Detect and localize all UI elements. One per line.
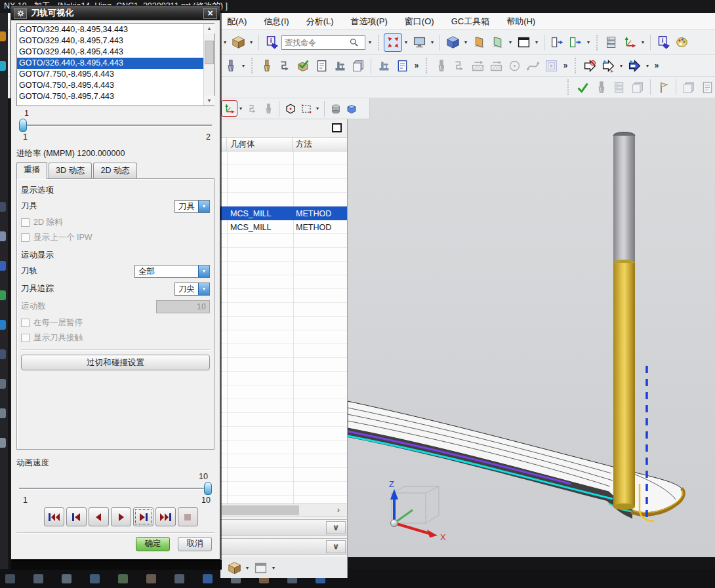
- dock-icon[interactable]: [5, 574, 15, 583]
- resource-bar-icon[interactable]: [0, 379, 6, 389]
- slider-track[interactable]: [19, 488, 212, 489]
- menu-help[interactable]: 帮助(H): [506, 16, 535, 28]
- toolbar-grip[interactable]: [426, 58, 428, 73]
- shaded-view-icon[interactable]: [444, 34, 461, 51]
- overflow-icon[interactable]: »: [652, 61, 661, 70]
- pane-sync-icon[interactable]: [567, 34, 584, 51]
- tool-display-dropdown[interactable]: 刀具 ▼: [174, 200, 210, 213]
- solid-body-icon[interactable]: [328, 101, 343, 116]
- edit-object-display-icon[interactable]: [655, 34, 672, 51]
- column-header-geometry[interactable]: 几何体: [227, 138, 293, 151]
- goto-list-scrollbar[interactable]: ▲ ▼: [203, 24, 214, 106]
- scroll-up-icon[interactable]: ▲: [204, 24, 214, 33]
- menu-assemblies[interactable]: 配(A): [227, 16, 247, 28]
- tab-3d-dynamic[interactable]: 3D 动态: [49, 163, 92, 178]
- end-point-icon[interactable]: [283, 101, 298, 116]
- slider-thumb[interactable]: [19, 119, 27, 132]
- collapsed-panel-bar[interactable]: ∨: [220, 519, 347, 536]
- dropdown-caret-icon[interactable]: ▾: [585, 39, 592, 45]
- clip-section-icon[interactable]: [470, 34, 487, 51]
- view-window-icon[interactable]: [252, 559, 269, 576]
- menu-information[interactable]: 信息(I): [264, 16, 289, 28]
- progress-slider[interactable]: [16, 119, 214, 132]
- resource-bar-icon[interactable]: [0, 31, 6, 41]
- resource-bar-icon[interactable]: [0, 438, 6, 448]
- dropdown-caret-icon[interactable]: ▾: [314, 106, 321, 111]
- go-to-start-button[interactable]: [44, 507, 64, 526]
- object-display-icon[interactable]: [673, 34, 690, 51]
- graphics-window[interactable]: Z X: [348, 98, 715, 557]
- pane-swap-icon[interactable]: [548, 34, 565, 51]
- dropdown-caret-icon[interactable]: ▾: [244, 565, 251, 571]
- dialog-titlebar[interactable]: 刀轨可视化 ×: [11, 6, 220, 20]
- goto-list-item[interactable]: GOTO/329.440,-8.495,4.443: [17, 47, 203, 58]
- cancel-button[interactable]: 取消: [178, 537, 212, 551]
- snap-point-icon[interactable]: [222, 101, 237, 116]
- go-to-end-button[interactable]: [155, 507, 176, 526]
- gouge-collision-settings-button[interactable]: 过切和碰撞设置: [21, 355, 210, 370]
- dock-icon[interactable]: [90, 574, 100, 583]
- resource-bar-icon[interactable]: [0, 261, 6, 271]
- tool-shank[interactable]: [613, 136, 635, 263]
- layer-settings-icon[interactable]: [603, 34, 620, 51]
- toolbar-grip[interactable]: [567, 79, 569, 95]
- overflow-icon[interactable]: »: [561, 61, 570, 70]
- dropdown-caret-icon[interactable]: ▾: [222, 39, 228, 45]
- dropdown-caret-icon[interactable]: ▾: [248, 39, 255, 45]
- dock-icon[interactable]: [118, 574, 128, 583]
- open-box-icon[interactable]: [344, 101, 359, 116]
- resource-bar-icon[interactable]: [0, 61, 6, 71]
- menu-analysis[interactable]: 分析(L): [306, 16, 334, 28]
- dropdown-caret-icon[interactable]: ▾: [462, 39, 469, 45]
- generate-toolpath-icon[interactable]: [258, 57, 275, 74]
- close-icon[interactable]: ×: [203, 8, 217, 19]
- goto-list-item[interactable]: GOTO/329.440,-8.495,7.443: [17, 35, 203, 47]
- dropdown-caret-icon[interactable]: ▾: [507, 39, 514, 45]
- assembly-info-icon[interactable]: [263, 34, 280, 51]
- wcs-orient-icon[interactable]: [621, 34, 638, 51]
- slider-thumb[interactable]: [204, 482, 212, 495]
- scroll-down-icon[interactable]: ▼: [204, 96, 214, 106]
- dropdown-caret-icon[interactable]: ▾: [240, 63, 247, 69]
- maximize-icon[interactable]: [332, 123, 342, 132]
- navigator-row[interactable]: MCS_MILL METHOD: [220, 220, 347, 234]
- dock-icon[interactable]: [62, 574, 72, 583]
- verify-toolpath-icon[interactable]: [295, 57, 312, 74]
- resource-bar-icon[interactable]: [0, 320, 6, 330]
- resource-bar-icon[interactable]: [0, 408, 6, 418]
- tool-trace-dropdown[interactable]: 刀尖 ▼: [174, 283, 210, 296]
- navigator-row-selected[interactable]: MCS_MILL METHOD: [220, 206, 347, 220]
- dropdown-button[interactable]: ▼: [198, 201, 209, 212]
- dropdown-caret-icon[interactable]: ▾: [367, 39, 373, 45]
- create-tool-icon[interactable]: [600, 57, 617, 74]
- dialog-options-gear-icon[interactable]: [14, 8, 27, 19]
- scrollbar-thumb[interactable]: [222, 505, 299, 515]
- dropdown-caret-icon[interactable]: ▾: [533, 39, 540, 45]
- shop-doc-icon[interactable]: [394, 57, 411, 74]
- toolbar-grip[interactable]: [596, 35, 598, 50]
- assembly-cube-icon[interactable]: [226, 559, 243, 576]
- menu-preferences[interactable]: 首选项(P): [351, 16, 388, 28]
- tool-cutter[interactable]: [613, 263, 635, 507]
- goto-list-item[interactable]: GOTO/4.750,-8.495,4.443: [17, 80, 203, 91]
- dock-icon[interactable]: [174, 574, 184, 583]
- edit-section-icon[interactable]: [489, 34, 506, 51]
- menu-window[interactable]: 窗口(O): [405, 16, 434, 28]
- column-header-method[interactable]: 方法: [293, 138, 347, 151]
- rectangle-select-icon[interactable]: [298, 101, 314, 116]
- dropdown-button[interactable]: ▼: [198, 283, 209, 295]
- toolbar-grip[interactable]: [378, 35, 380, 50]
- dropdown-caret-icon[interactable]: ▾: [270, 565, 277, 571]
- dock-icon[interactable]: [203, 574, 213, 583]
- toolpath-dropdown[interactable]: 全部 ▼: [134, 265, 210, 278]
- goto-list-item-selected[interactable]: GOTO/326.440,-8.495,4.443: [17, 58, 203, 69]
- collapsed-panel-bar[interactable]: ∨: [220, 538, 347, 555]
- show-display-icon[interactable]: [411, 34, 428, 51]
- ok-button[interactable]: 确定: [136, 537, 170, 551]
- resource-bar-icon[interactable]: [0, 290, 6, 300]
- machine-simulation-icon[interactable]: [331, 57, 348, 74]
- dropdown-caret-icon[interactable]: ▾: [429, 39, 436, 45]
- goto-list-item[interactable]: GOTO/329.440,-8.495,34.443: [17, 24, 203, 35]
- view-group-icon[interactable]: [230, 34, 247, 51]
- goto-list-item[interactable]: GOTO/7.750,-8.495,4.443: [17, 69, 203, 80]
